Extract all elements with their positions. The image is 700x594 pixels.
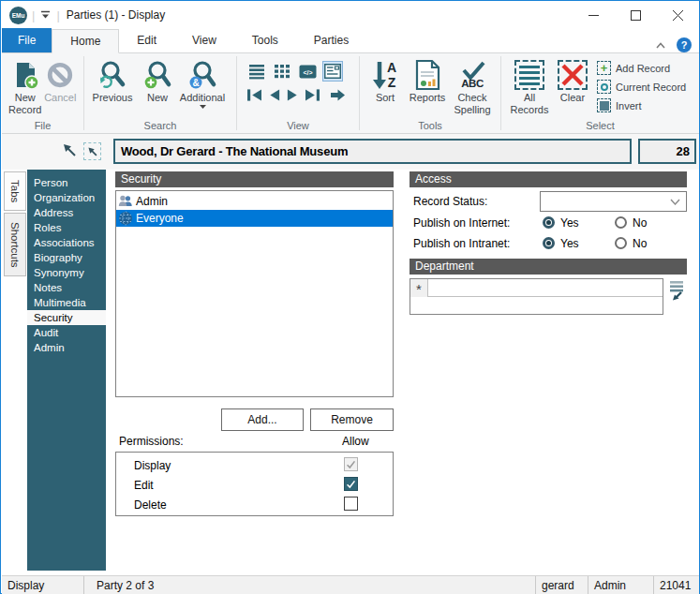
- view-grid-toggle[interactable]: [272, 61, 292, 82]
- security-groups-list[interactable]: Admin Everyone: [115, 190, 394, 397]
- help-button[interactable]: ?: [677, 37, 692, 52]
- side-strip-shortcuts[interactable]: Shortcuts: [4, 213, 26, 276]
- status-record-position: Party 2 of 3: [84, 576, 536, 594]
- sidebar-item-biography[interactable]: Biography: [27, 250, 106, 265]
- app-logo-icon[interactable]: EMu: [9, 7, 27, 24]
- main-area: Tabs Shortcuts Person Organization Addre…: [2, 170, 699, 575]
- globe-icon: [118, 211, 133, 226]
- intranet-yes-radio[interactable]: [543, 237, 555, 249]
- intranet-no-label: No: [633, 237, 647, 250]
- permission-edit-label: Edit: [134, 479, 154, 492]
- new-record-icon: [10, 58, 40, 92]
- sidebar-item-address[interactable]: Address: [27, 205, 106, 220]
- svg-text:Z: Z: [388, 75, 396, 90]
- search-previous-button[interactable]: Previous: [90, 58, 135, 104]
- search-new-icon: [142, 58, 172, 92]
- allow-column-label: Allow: [342, 435, 369, 448]
- search-additional-button[interactable]: & Additional: [180, 58, 225, 109]
- reports-icon: [413, 58, 441, 92]
- first-record-button[interactable]: [246, 88, 262, 102]
- previous-record-button[interactable]: [267, 88, 281, 102]
- edit-allow-checkbox[interactable]: [344, 477, 358, 491]
- record-status-select[interactable]: [540, 191, 687, 212]
- delete-allow-checkbox[interactable]: [344, 497, 358, 511]
- security-panel-header: Security: [115, 171, 394, 187]
- list-item[interactable]: Admin: [116, 193, 393, 210]
- tab-home[interactable]: Home: [52, 29, 119, 53]
- intranet-yes-label: Yes: [560, 237, 579, 250]
- lookup-list-icon[interactable]: [669, 280, 684, 301]
- minimize-button[interactable]: [573, 1, 615, 29]
- sidebar-item-multimedia[interactable]: Multimedia: [27, 295, 106, 310]
- access-panel-header: Access: [410, 171, 687, 187]
- display-allow-checkbox[interactable]: [344, 457, 358, 471]
- internet-yes-label: Yes: [560, 216, 579, 230]
- clear-selection-button[interactable]: Clear: [552, 58, 593, 104]
- sidebar-item-security[interactable]: Security: [27, 310, 106, 325]
- dropdown-arrow-icon: [200, 105, 206, 109]
- ribbon-group-file: New Record Cancel File: [2, 53, 83, 133]
- view-details-toggle[interactable]: [322, 61, 343, 82]
- close-button[interactable]: [657, 1, 699, 29]
- quick-access-dropdown-icon[interactable]: [39, 9, 52, 21]
- sort-button[interactable]: AZ Sort: [365, 58, 405, 104]
- cancel-icon: [46, 58, 74, 92]
- select-add-record-button[interactable]: + Add Record: [597, 61, 686, 75]
- sidebar-item-admin[interactable]: Admin: [27, 340, 106, 355]
- tab-parties[interactable]: Parties: [296, 28, 366, 52]
- cancel-button[interactable]: Cancel: [43, 58, 79, 104]
- view-xml-toggle[interactable]: </>: [297, 61, 318, 82]
- sidebar-item-roles[interactable]: Roles: [27, 220, 106, 235]
- select-invert-button[interactable]: Invert: [597, 98, 686, 112]
- collapse-ribbon-icon[interactable]: [654, 40, 667, 50]
- maximize-button[interactable]: [615, 1, 657, 29]
- pointer-tool-icon[interactable]: [62, 142, 78, 158]
- details-view-icon: [324, 64, 341, 79]
- sidebar-item-notes[interactable]: Notes: [27, 280, 106, 295]
- select-pointer-tool-icon[interactable]: [83, 142, 101, 160]
- chevron-down-icon: [670, 199, 680, 205]
- status-bar: Display Party 2 of 3 gerard Admin 21041: [2, 575, 699, 594]
- tab-view[interactable]: View: [174, 28, 234, 52]
- ribbon-group-view: </> View: [237, 53, 359, 133]
- list-view-icon: [248, 63, 265, 80]
- internet-yes-radio[interactable]: [543, 216, 555, 229]
- users-icon: [118, 194, 133, 209]
- ribbon-group-tools: AZ Sort Reports ABC Check Spelling: [360, 53, 500, 133]
- all-records-button[interactable]: All Records: [507, 58, 552, 116]
- publish-intranet-label: Publish on Intranet:: [413, 237, 510, 250]
- department-grid[interactable]: *: [410, 278, 663, 315]
- reports-button[interactable]: Reports: [405, 58, 450, 104]
- new-record-button[interactable]: New Record: [7, 58, 43, 116]
- sidebar-item-synonymy[interactable]: Synonymy: [27, 265, 106, 280]
- group-label-select: Select: [501, 120, 699, 131]
- tab-edit[interactable]: Edit: [119, 28, 174, 52]
- group-label-tools: Tools: [360, 120, 500, 131]
- search-previous-icon: [97, 58, 127, 92]
- title-bar: EMu | | Parties (1) - Display: [2, 1, 699, 29]
- intranet-no-radio[interactable]: [615, 237, 627, 249]
- sidebar-item-person[interactable]: Person: [27, 175, 106, 190]
- search-new-button[interactable]: New: [135, 58, 180, 104]
- side-strip-tabs[interactable]: Tabs: [4, 171, 26, 211]
- tab-file[interactable]: File: [2, 28, 52, 52]
- list-item-selected[interactable]: Everyone: [116, 210, 393, 227]
- add-button[interactable]: Add...: [221, 408, 304, 431]
- tab-tools[interactable]: Tools: [234, 28, 296, 52]
- sidebar-item-audit[interactable]: Audit: [27, 325, 106, 340]
- check-spelling-button[interactable]: ABC Check Spelling: [450, 58, 495, 116]
- invert-selection-icon: [597, 98, 611, 112]
- remove-button[interactable]: Remove: [310, 408, 394, 431]
- sidebar-item-organization[interactable]: Organization: [27, 190, 106, 205]
- internet-no-radio[interactable]: [615, 216, 627, 229]
- search-additional-icon: &: [187, 58, 217, 92]
- department-grid-row[interactable]: *: [410, 279, 663, 297]
- last-record-button[interactable]: [305, 88, 320, 102]
- window-title: Parties (1) - Display: [67, 8, 165, 22]
- view-list-toggle[interactable]: [246, 61, 267, 82]
- add-record-icon: +: [597, 61, 611, 75]
- goto-record-button[interactable]: [330, 88, 346, 102]
- select-current-record-button[interactable]: Current Record: [597, 80, 686, 94]
- sidebar-item-associations[interactable]: Associations: [27, 235, 106, 250]
- next-record-button[interactable]: [286, 88, 300, 102]
